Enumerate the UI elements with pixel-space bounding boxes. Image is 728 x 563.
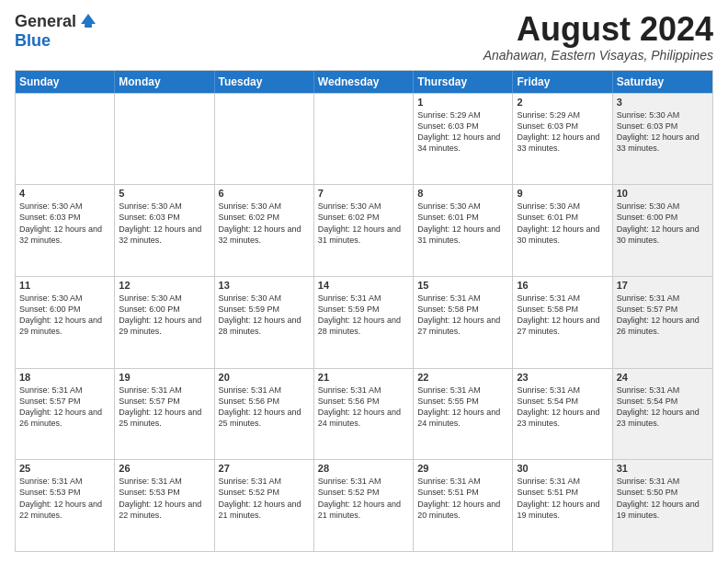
- week-row-1: 4Sunrise: 5:30 AMSunset: 6:03 PMDaylight…: [16, 184, 712, 276]
- calendar-body: 1Sunrise: 5:29 AMSunset: 6:03 PMDaylight…: [16, 93, 712, 551]
- cell-info: Sunrise: 5:31 AMSunset: 5:54 PMDaylight:…: [617, 385, 709, 430]
- day-number: 21: [318, 372, 409, 383]
- day-number: 1: [417, 97, 508, 108]
- day-number: 9: [517, 188, 608, 199]
- cell-info: Sunrise: 5:31 AMSunset: 5:56 PMDaylight:…: [318, 385, 409, 430]
- day-number: 15: [417, 280, 508, 291]
- header-day-friday: Friday: [513, 71, 612, 93]
- cell-info: Sunrise: 5:31 AMSunset: 5:52 PMDaylight:…: [318, 476, 409, 521]
- cal-cell: 6Sunrise: 5:30 AMSunset: 6:02 PMDaylight…: [215, 185, 314, 276]
- cell-info: Sunrise: 5:30 AMSunset: 6:00 PMDaylight:…: [19, 293, 110, 338]
- cell-info: Sunrise: 5:31 AMSunset: 5:57 PMDaylight:…: [617, 293, 709, 338]
- cal-cell: 9Sunrise: 5:30 AMSunset: 6:01 PMDaylight…: [513, 185, 612, 276]
- cal-cell: 23Sunrise: 5:31 AMSunset: 5:54 PMDayligh…: [513, 369, 612, 460]
- cal-cell: 4Sunrise: 5:30 AMSunset: 6:03 PMDaylight…: [16, 185, 115, 276]
- cell-info: Sunrise: 5:31 AMSunset: 5:54 PMDaylight:…: [517, 385, 608, 430]
- cal-cell: 2Sunrise: 5:29 AMSunset: 6:03 PMDaylight…: [513, 94, 612, 185]
- cell-info: Sunrise: 5:31 AMSunset: 5:58 PMDaylight:…: [417, 293, 508, 338]
- day-number: 7: [318, 188, 409, 199]
- cal-cell: 19Sunrise: 5:31 AMSunset: 5:57 PMDayligh…: [115, 369, 214, 460]
- cell-info: Sunrise: 5:30 AMSunset: 6:00 PMDaylight:…: [617, 201, 709, 246]
- day-number: 4: [19, 188, 110, 199]
- day-number: 3: [617, 97, 709, 108]
- day-number: 19: [119, 372, 210, 383]
- header-day-saturday: Saturday: [613, 71, 712, 93]
- cal-cell: 28Sunrise: 5:31 AMSunset: 5:52 PMDayligh…: [314, 460, 414, 551]
- week-row-4: 25Sunrise: 5:31 AMSunset: 5:53 PMDayligh…: [16, 459, 712, 551]
- day-number: 14: [318, 280, 409, 291]
- cal-cell: 20Sunrise: 5:31 AMSunset: 5:56 PMDayligh…: [215, 369, 314, 460]
- cell-info: Sunrise: 5:30 AMSunset: 5:59 PMDaylight:…: [219, 293, 310, 338]
- cal-cell: 5Sunrise: 5:30 AMSunset: 6:03 PMDaylight…: [115, 185, 214, 276]
- day-number: 25: [19, 463, 110, 474]
- cell-info: Sunrise: 5:30 AMSunset: 6:01 PMDaylight:…: [517, 201, 608, 246]
- day-number: 18: [19, 372, 110, 383]
- cell-info: Sunrise: 5:30 AMSunset: 6:00 PMDaylight:…: [119, 293, 210, 338]
- cell-info: Sunrise: 5:30 AMSunset: 6:03 PMDaylight:…: [617, 109, 709, 155]
- logo-general: General: [15, 12, 76, 31]
- cal-cell: 29Sunrise: 5:31 AMSunset: 5:51 PMDayligh…: [414, 460, 513, 551]
- cell-info: Sunrise: 5:29 AMSunset: 6:03 PMDaylight:…: [417, 109, 508, 155]
- day-number: 10: [617, 188, 709, 199]
- cal-cell: 25Sunrise: 5:31 AMSunset: 5:53 PMDayligh…: [16, 460, 115, 551]
- header-day-tuesday: Tuesday: [215, 71, 314, 93]
- svg-marker-0: [81, 14, 96, 24]
- day-number: 13: [219, 280, 310, 291]
- day-number: 27: [219, 463, 310, 474]
- cal-cell: 14Sunrise: 5:31 AMSunset: 5:59 PMDayligh…: [314, 277, 414, 368]
- header: General Blue August 2024 Anahawan, Easte…: [15, 11, 713, 63]
- cell-info: Sunrise: 5:30 AMSunset: 6:03 PMDaylight:…: [19, 201, 110, 246]
- cell-info: Sunrise: 5:30 AMSunset: 6:02 PMDaylight:…: [219, 201, 310, 246]
- cell-info: Sunrise: 5:31 AMSunset: 5:50 PMDaylight:…: [617, 476, 709, 521]
- cal-cell: 22Sunrise: 5:31 AMSunset: 5:55 PMDayligh…: [414, 369, 513, 460]
- cal-cell: 1Sunrise: 5:29 AMSunset: 6:03 PMDaylight…: [414, 94, 513, 185]
- cell-info: Sunrise: 5:31 AMSunset: 5:57 PMDaylight:…: [119, 385, 210, 430]
- day-number: 5: [119, 188, 210, 199]
- day-number: 22: [417, 372, 508, 383]
- week-row-3: 18Sunrise: 5:31 AMSunset: 5:57 PMDayligh…: [16, 368, 712, 460]
- day-number: 28: [318, 463, 409, 474]
- cell-info: Sunrise: 5:30 AMSunset: 6:03 PMDaylight:…: [119, 201, 210, 246]
- cal-cell: 15Sunrise: 5:31 AMSunset: 5:58 PMDayligh…: [414, 277, 513, 368]
- logo-blue: Blue: [15, 31, 51, 50]
- cell-info: Sunrise: 5:31 AMSunset: 5:59 PMDaylight:…: [318, 293, 409, 338]
- cal-cell: 17Sunrise: 5:31 AMSunset: 5:57 PMDayligh…: [613, 277, 712, 368]
- calendar: SundayMondayTuesdayWednesdayThursdayFrid…: [15, 70, 713, 552]
- cal-cell: 16Sunrise: 5:31 AMSunset: 5:58 PMDayligh…: [513, 277, 612, 368]
- day-number: 11: [19, 280, 110, 291]
- cal-cell: 10Sunrise: 5:30 AMSunset: 6:00 PMDayligh…: [613, 185, 712, 276]
- day-number: 23: [517, 372, 608, 383]
- cal-cell: [115, 94, 214, 185]
- cell-info: Sunrise: 5:29 AMSunset: 6:03 PMDaylight:…: [517, 109, 608, 155]
- cell-info: Sunrise: 5:31 AMSunset: 5:53 PMDaylight:…: [119, 476, 210, 521]
- title-block: August 2024 Anahawan, Eastern Visayas, P…: [483, 11, 713, 63]
- cell-info: Sunrise: 5:31 AMSunset: 5:58 PMDaylight:…: [517, 293, 608, 338]
- location: Anahawan, Eastern Visayas, Philippines: [483, 48, 713, 63]
- cal-cell: 3Sunrise: 5:30 AMSunset: 6:03 PMDaylight…: [613, 94, 712, 185]
- page: General Blue August 2024 Anahawan, Easte…: [0, 0, 728, 563]
- cell-info: Sunrise: 5:30 AMSunset: 6:02 PMDaylight:…: [318, 201, 409, 246]
- cal-cell: 7Sunrise: 5:30 AMSunset: 6:02 PMDaylight…: [314, 185, 414, 276]
- header-day-wednesday: Wednesday: [314, 71, 414, 93]
- header-day-thursday: Thursday: [414, 71, 513, 93]
- cell-info: Sunrise: 5:31 AMSunset: 5:51 PMDaylight:…: [517, 476, 608, 521]
- month-year: August 2024: [483, 11, 713, 48]
- cal-cell: 21Sunrise: 5:31 AMSunset: 5:56 PMDayligh…: [314, 369, 414, 460]
- day-number: 16: [517, 280, 608, 291]
- cal-cell: 30Sunrise: 5:31 AMSunset: 5:51 PMDayligh…: [513, 460, 612, 551]
- svg-rect-1: [85, 24, 92, 28]
- day-number: 24: [617, 372, 709, 383]
- day-number: 17: [617, 280, 709, 291]
- day-number: 31: [617, 463, 709, 474]
- cal-cell: [314, 94, 414, 185]
- logo: General Blue: [15, 11, 98, 51]
- cell-info: Sunrise: 5:30 AMSunset: 6:01 PMDaylight:…: [417, 201, 508, 246]
- calendar-header: SundayMondayTuesdayWednesdayThursdayFrid…: [16, 71, 712, 93]
- day-number: 8: [417, 188, 508, 199]
- cell-info: Sunrise: 5:31 AMSunset: 5:52 PMDaylight:…: [219, 476, 310, 521]
- cell-info: Sunrise: 5:31 AMSunset: 5:56 PMDaylight:…: [219, 385, 310, 430]
- cal-cell: 24Sunrise: 5:31 AMSunset: 5:54 PMDayligh…: [613, 369, 712, 460]
- cal-cell: 8Sunrise: 5:30 AMSunset: 6:01 PMDaylight…: [414, 185, 513, 276]
- day-number: 29: [417, 463, 508, 474]
- cell-info: Sunrise: 5:31 AMSunset: 5:55 PMDaylight:…: [417, 385, 508, 430]
